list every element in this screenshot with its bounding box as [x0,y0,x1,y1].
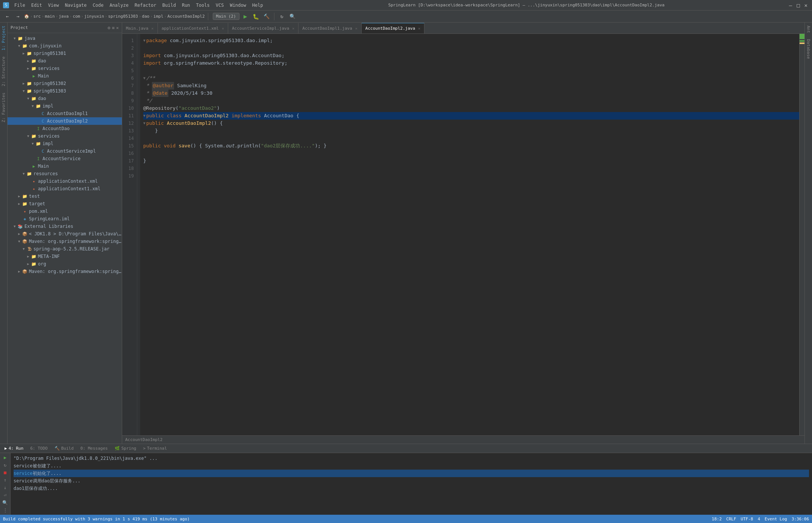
sidebar-settings-icon[interactable]: ⚙ [108,25,110,30]
run-down-icon[interactable]: ↓ [2,485,9,491]
breadcrumb-java[interactable]: java [59,14,69,19]
tree-item-applicationContext1.xml[interactable]: ✦applicationContext1.xml [8,185,122,193]
menu-bar[interactable]: File Edit View Navigate Code Analyze Ref… [12,2,265,9]
tree-item-SpringLearn.iml[interactable]: ◈SpringLearn.iml [8,215,122,223]
run-rerun-icon[interactable]: ↻ [2,462,9,468]
tree-item-impl[interactable]: ▼📁impl [8,102,122,110]
menu-vcs[interactable]: VCS [214,2,226,9]
tab-close-icon[interactable]: ✕ [222,26,224,30]
bottom-tab-0--Messages[interactable]: 0: Messages [77,445,111,452]
breadcrumb-impl[interactable]: impl [153,14,164,19]
menu-view[interactable]: View [46,2,61,9]
breadcrumb-src[interactable]: src [33,14,41,19]
menu-help[interactable]: Help [250,2,265,9]
tab-close-icon[interactable]: ✕ [151,26,154,30]
close-button[interactable]: ✕ [803,2,809,8]
tree-item-spring051303[interactable]: ▼📁spring051303 [8,87,122,95]
tree-item-AccountService[interactable]: IAccountService [8,155,122,162]
tree-item-Main-2[interactable]: ▶Main [8,162,122,170]
sidebar-layout-icon[interactable]: ≡ [112,25,115,30]
tree-item-AccountDaoImpl2[interactable]: CAccountDaoImpl2 [8,117,122,125]
run-play-icon[interactable]: ▶ [2,455,9,461]
maximize-button[interactable]: □ [795,2,801,8]
menu-build[interactable]: Build [160,2,178,9]
breadcrumb-springlearn[interactable]: 🏠 [24,14,29,19]
tree-item-impl-2[interactable]: ▼📁impl [8,140,122,147]
update-button[interactable]: ↻ [277,12,286,21]
fold-arrow-icon[interactable]: ▼ [143,112,145,120]
run-config-selector[interactable]: Main (2) [213,13,239,20]
tree-item-Maven-beans[interactable]: ▶📦Maven: org.springframework:spring-bean… [8,268,122,275]
left-tab-favorites[interactable]: Z: Favorites [0,89,7,125]
tab-close-icon[interactable]: ✕ [355,26,358,30]
left-tab-project[interactable]: 1: Project [0,23,7,53]
status-event-log[interactable]: Event Log [765,517,787,521]
menu-run[interactable]: Run [180,2,192,9]
back-button[interactable]: ← [3,12,12,21]
editor-tab-AccountDaoImpl2-java[interactable]: AccountDaoImpl2.java✕ [362,23,424,33]
right-tab-ant[interactable]: Ant [805,23,812,36]
window-controls[interactable]: — □ ✕ [788,2,809,8]
code-content[interactable]: ▼package com.jinyuxin.spring051303.dao.i… [140,34,799,435]
tree-item-java[interactable]: ▼📁java [8,35,122,42]
tree-item-META-INF[interactable]: ▶📁META-INF [8,253,122,260]
bottom-tab-Terminal[interactable]: >Terminal [140,445,170,452]
tree-item-spring051301[interactable]: ▶📁spring051301 [8,50,122,57]
fold-arrow-icon[interactable]: ▼ [143,37,145,44]
tree-item-dao[interactable]: ▼📁dao [8,95,122,102]
build-button[interactable]: 🔨 [262,12,271,21]
run-filter-icon[interactable]: 🔍 [2,500,9,506]
run-stop-icon[interactable]: ■ [2,470,9,476]
editor-tab-applicationContext1-xml[interactable]: applicationContext1.xml✕ [158,23,228,33]
breadcrumb-dao[interactable]: dao [142,14,150,19]
right-tab-database[interactable]: Database [805,36,812,62]
menu-navigate[interactable]: Navigate [63,2,89,9]
tree-item-ExternalLibraries[interactable]: ▼📚External Libraries [8,223,122,230]
run-wrap-icon[interactable]: ⏎ [2,492,9,498]
breadcrumb-file[interactable]: AccountDaoImpl2 [167,14,205,19]
tree-item-applicationContext.xml[interactable]: ✦applicationContext.xml [8,177,122,185]
tree-item-spring-aop-jar[interactable]: ▼🗜spring-aop-5.2.5.RELEASE.jar [8,245,122,253]
status-cursor-pos[interactable]: 18:2 [712,517,722,521]
tree-item-spring051302[interactable]: ▶📁spring051302 [8,80,122,87]
status-filetype[interactable]: UTF-8 [741,517,753,521]
menu-code[interactable]: Code [91,2,106,9]
bottom-tab-Spring[interactable]: 🌿Spring [112,445,139,452]
breadcrumb-spring051303[interactable]: spring051303 [108,14,138,19]
code-editor[interactable]: 12345678910111213141516171819 ▼package c… [122,34,804,435]
fold-arrow-icon[interactable]: ▼ [143,74,145,82]
run-button[interactable]: ▶ [241,12,250,21]
menu-file[interactable]: File [12,2,27,9]
menu-edit[interactable]: Edit [29,2,44,9]
editor-tab-AccountServiceImpl-java[interactable]: AccountServiceImpl.java✕ [228,23,298,33]
editor-tab-AccountDaoImpl1-java[interactable]: AccountDaoImpl1.java✕ [298,23,361,33]
tree-item-services-2[interactable]: ▼📁services [8,132,122,140]
fold-arrow-icon[interactable]: ▼ [143,120,145,127]
status-indent[interactable]: 4 [757,517,760,521]
search-button[interactable]: 🔍 [288,12,297,21]
tree-item-com.jinyuxin[interactable]: ▼📁com.jinyuxin [8,42,122,50]
tree-item-test[interactable]: ▶📁test [8,193,122,200]
tree-item-Maven-aop[interactable]: ▼📦Maven: org.springframework:spring-aop:… [8,238,122,245]
tree-item-services-1[interactable]: ▶📁services [8,65,122,72]
tree-item-AccountDao[interactable]: IAccountDao [8,125,122,132]
menu-refactor[interactable]: Refactor [132,2,159,9]
tree-item-target[interactable]: ▶📁target [8,200,122,208]
run-up-icon[interactable]: ↑ [2,477,9,483]
bottom-tab-4--Run[interactable]: ▶4: Run [2,445,26,452]
tab-close-icon[interactable]: ✕ [292,26,294,30]
minimize-button[interactable]: — [788,2,794,8]
breadcrumb-jinyuxin[interactable]: jinyuxin [84,14,104,19]
left-tab-structure[interactable]: 2: Structure [0,53,7,89]
run-more-icon[interactable]: ⋮ [2,507,9,513]
tree-item-dao-1[interactable]: ▶📁dao [8,57,122,65]
debug-button[interactable]: 🐛 [251,12,261,21]
tab-close-icon[interactable]: ✕ [418,26,420,30]
breadcrumb-main[interactable]: main [45,14,55,19]
tree-item-Main-1[interactable]: ▶Main [8,72,122,80]
tree-item-pom.xml[interactable]: ✦pom.xml [8,208,122,215]
tree-item-AccountDaoImpl1[interactable]: CAccountDaoImpl1 [8,110,122,117]
tree-item-JDK1.8[interactable]: ▶📦< JDK1.8 > D:\Program Files\Java\jdk1.… [8,230,122,238]
bottom-tab-6--TODO[interactable]: 6: TODO [27,445,50,452]
forward-button[interactable]: → [14,12,23,21]
